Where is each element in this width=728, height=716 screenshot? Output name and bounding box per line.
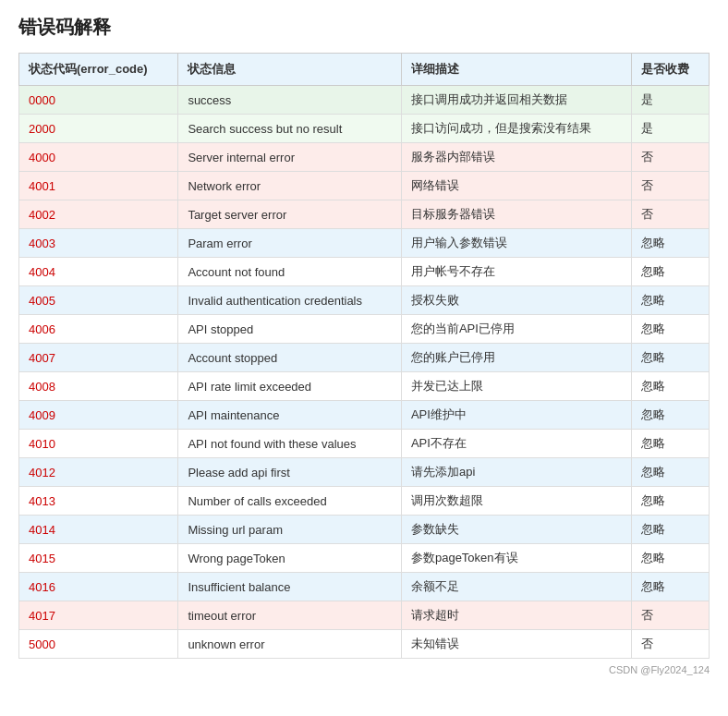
code-cell: 4000 (19, 143, 178, 172)
description-cell: 您的当前API已停用 (401, 315, 631, 344)
status-cell: API not found with these values (178, 430, 402, 458)
code-cell: 4003 (19, 229, 178, 258)
page-title: 错误码解释 (18, 15, 710, 40)
col-header-desc: 详细描述 (401, 54, 631, 86)
description-cell: 调用次数超限 (401, 487, 631, 516)
footer-text: CSDN @Fly2024_124 (18, 664, 710, 675)
col-header-fee: 是否收费 (631, 54, 709, 86)
code-cell: 4007 (19, 344, 178, 372)
table-row: 4002Target server error目标服务器错误否 (19, 200, 710, 229)
fee-cell: 否 (631, 143, 709, 172)
fee-cell: 忽略 (631, 487, 709, 516)
table-row: 4004Account not found用户帐号不存在忽略 (19, 258, 710, 286)
fee-cell: 否 (631, 200, 709, 229)
status-cell: Param error (178, 229, 402, 258)
description-cell: 并发已达上限 (401, 372, 631, 401)
code-cell: 4016 (19, 573, 178, 601)
table-row: 0000success接口调用成功并返回相关数据是 (19, 86, 710, 115)
description-cell: 请求超时 (401, 601, 631, 630)
table-row: 4015Wrong pageToken参数pageToken有误忽略 (19, 544, 710, 573)
description-cell: 接口访问成功，但是搜索没有结果 (401, 115, 631, 143)
status-cell: success (178, 86, 402, 115)
table-row: 4003Param error用户输入参数错误忽略 (19, 229, 710, 258)
status-cell: Target server error (178, 200, 402, 229)
fee-cell: 否 (631, 601, 709, 630)
fee-cell: 忽略 (631, 229, 709, 258)
code-cell: 4002 (19, 200, 178, 229)
status-cell: Account stopped (178, 344, 402, 372)
table-row: 4016Insufficient balance余额不足忽略 (19, 573, 710, 601)
description-cell: 未知错误 (401, 630, 631, 659)
description-cell: 用户帐号不存在 (401, 258, 631, 286)
description-cell: API维护中 (401, 401, 631, 430)
fee-cell: 忽略 (631, 573, 709, 601)
status-cell: Account not found (178, 258, 402, 286)
code-cell: 0000 (19, 86, 178, 115)
code-cell: 2000 (19, 115, 178, 143)
table-row: 4009API maintenanceAPI维护中忽略 (19, 401, 710, 430)
description-cell: 参数缺失 (401, 516, 631, 544)
code-cell: 4014 (19, 516, 178, 544)
status-cell: Network error (178, 172, 402, 200)
description-cell: 余额不足 (401, 573, 631, 601)
status-cell: Invalid authentication credentials (178, 286, 402, 315)
code-cell: 4006 (19, 315, 178, 344)
status-cell: Missing url param (178, 516, 402, 544)
description-cell: 接口调用成功并返回相关数据 (401, 86, 631, 115)
fee-cell: 忽略 (631, 401, 709, 430)
status-cell: API rate limit exceeded (178, 372, 402, 401)
code-cell: 4009 (19, 401, 178, 430)
description-cell: API不存在 (401, 430, 631, 458)
fee-cell: 是 (631, 86, 709, 115)
table-row: 4001Network error网络错误否 (19, 172, 710, 200)
code-cell: 4008 (19, 372, 178, 401)
status-cell: unknown error (178, 630, 402, 659)
code-cell: 4013 (19, 487, 178, 516)
fee-cell: 忽略 (631, 315, 709, 344)
table-row: 4006API stopped您的当前API已停用忽略 (19, 315, 710, 344)
table-row: 5000unknown error未知错误否 (19, 630, 710, 659)
code-cell: 4010 (19, 430, 178, 458)
fee-cell: 是 (631, 115, 709, 143)
code-cell: 4017 (19, 601, 178, 630)
status-cell: Number of calls exceeded (178, 487, 402, 516)
fee-cell: 忽略 (631, 372, 709, 401)
fee-cell: 忽略 (631, 430, 709, 458)
description-cell: 参数pageToken有误 (401, 544, 631, 573)
description-cell: 用户输入参数错误 (401, 229, 631, 258)
code-cell: 4004 (19, 258, 178, 286)
table-header-row: 状态代码(error_code) 状态信息 详细描述 是否收费 (19, 54, 710, 86)
fee-cell: 忽略 (631, 344, 709, 372)
status-cell: Insufficient balance (178, 573, 402, 601)
table-row: 4014Missing url param参数缺失忽略 (19, 516, 710, 544)
code-cell: 5000 (19, 630, 178, 659)
description-cell: 您的账户已停用 (401, 344, 631, 372)
fee-cell: 忽略 (631, 458, 709, 487)
code-cell: 4015 (19, 544, 178, 573)
description-cell: 授权失败 (401, 286, 631, 315)
status-cell: API maintenance (178, 401, 402, 430)
fee-cell: 忽略 (631, 544, 709, 573)
fee-cell: 否 (631, 630, 709, 659)
table-row: 4000Server internal error服务器内部错误否 (19, 143, 710, 172)
description-cell: 目标服务器错误 (401, 200, 631, 229)
col-header-status: 状态信息 (178, 54, 402, 86)
table-row: 4005Invalid authentication credentials授权… (19, 286, 710, 315)
description-cell: 请先添加api (401, 458, 631, 487)
fee-cell: 忽略 (631, 286, 709, 315)
fee-cell: 忽略 (631, 258, 709, 286)
table-row: 2000Search success but no result接口访问成功，但… (19, 115, 710, 143)
status-cell: Wrong pageToken (178, 544, 402, 573)
code-cell: 4012 (19, 458, 178, 487)
error-code-table: 状态代码(error_code) 状态信息 详细描述 是否收费 0000succ… (18, 53, 710, 659)
status-cell: API stopped (178, 315, 402, 344)
fee-cell: 否 (631, 172, 709, 200)
table-row: 4017timeout error请求超时否 (19, 601, 710, 630)
table-row: 4012Please add api first请先添加api忽略 (19, 458, 710, 487)
code-cell: 4005 (19, 286, 178, 315)
description-cell: 网络错误 (401, 172, 631, 200)
status-cell: Please add api first (178, 458, 402, 487)
col-header-code: 状态代码(error_code) (19, 54, 178, 86)
code-cell: 4001 (19, 172, 178, 200)
description-cell: 服务器内部错误 (401, 143, 631, 172)
